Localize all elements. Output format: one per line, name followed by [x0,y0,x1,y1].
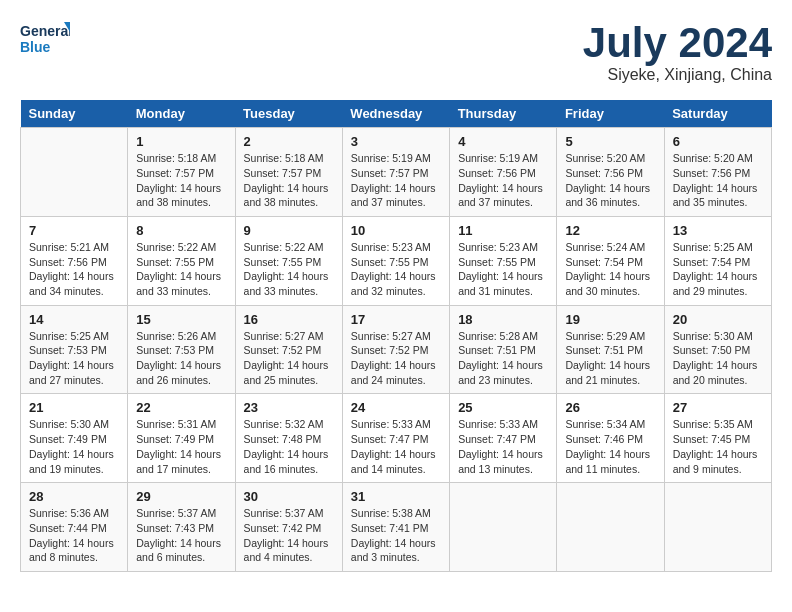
calendar-cell: 28Sunrise: 5:36 AMSunset: 7:44 PMDayligh… [21,483,128,572]
calendar-cell: 1Sunrise: 5:18 AMSunset: 7:57 PMDaylight… [128,128,235,217]
day-number: 22 [136,400,226,415]
day-number: 13 [673,223,763,238]
calendar-cell [450,483,557,572]
day-number: 27 [673,400,763,415]
calendar-cell: 31Sunrise: 5:38 AMSunset: 7:41 PMDayligh… [342,483,449,572]
calendar-cell [557,483,664,572]
calendar-cell: 20Sunrise: 5:30 AMSunset: 7:50 PMDayligh… [664,305,771,394]
day-number: 19 [565,312,655,327]
calendar-cell: 4Sunrise: 5:19 AMSunset: 7:56 PMDaylight… [450,128,557,217]
day-number: 15 [136,312,226,327]
day-number: 14 [29,312,119,327]
calendar-cell: 12Sunrise: 5:24 AMSunset: 7:54 PMDayligh… [557,216,664,305]
week-row-4: 21Sunrise: 5:30 AMSunset: 7:49 PMDayligh… [21,394,772,483]
day-number: 10 [351,223,441,238]
cell-info: Sunrise: 5:29 AMSunset: 7:51 PMDaylight:… [565,329,655,388]
calendar-cell: 9Sunrise: 5:22 AMSunset: 7:55 PMDaylight… [235,216,342,305]
cell-info: Sunrise: 5:25 AMSunset: 7:53 PMDaylight:… [29,329,119,388]
day-number: 12 [565,223,655,238]
header-row: SundayMondayTuesdayWednesdayThursdayFrid… [21,100,772,128]
calendar-cell: 15Sunrise: 5:26 AMSunset: 7:53 PMDayligh… [128,305,235,394]
cell-info: Sunrise: 5:31 AMSunset: 7:49 PMDaylight:… [136,417,226,476]
cell-info: Sunrise: 5:20 AMSunset: 7:56 PMDaylight:… [673,151,763,210]
cell-info: Sunrise: 5:37 AMSunset: 7:42 PMDaylight:… [244,506,334,565]
cell-info: Sunrise: 5:33 AMSunset: 7:47 PMDaylight:… [351,417,441,476]
day-number: 11 [458,223,548,238]
day-number: 21 [29,400,119,415]
day-number: 9 [244,223,334,238]
cell-info: Sunrise: 5:27 AMSunset: 7:52 PMDaylight:… [351,329,441,388]
day-number: 28 [29,489,119,504]
cell-info: Sunrise: 5:19 AMSunset: 7:57 PMDaylight:… [351,151,441,210]
location: Siyeke, Xinjiang, China [583,66,772,84]
day-number: 2 [244,134,334,149]
cell-info: Sunrise: 5:26 AMSunset: 7:53 PMDaylight:… [136,329,226,388]
cell-info: Sunrise: 5:33 AMSunset: 7:47 PMDaylight:… [458,417,548,476]
day-number: 16 [244,312,334,327]
cell-info: Sunrise: 5:23 AMSunset: 7:55 PMDaylight:… [351,240,441,299]
week-row-3: 14Sunrise: 5:25 AMSunset: 7:53 PMDayligh… [21,305,772,394]
cell-info: Sunrise: 5:22 AMSunset: 7:55 PMDaylight:… [136,240,226,299]
calendar-cell: 18Sunrise: 5:28 AMSunset: 7:51 PMDayligh… [450,305,557,394]
calendar-cell: 23Sunrise: 5:32 AMSunset: 7:48 PMDayligh… [235,394,342,483]
day-number: 3 [351,134,441,149]
calendar-cell: 14Sunrise: 5:25 AMSunset: 7:53 PMDayligh… [21,305,128,394]
calendar-cell: 5Sunrise: 5:20 AMSunset: 7:56 PMDaylight… [557,128,664,217]
svg-text:Blue: Blue [20,39,51,55]
calendar-cell: 19Sunrise: 5:29 AMSunset: 7:51 PMDayligh… [557,305,664,394]
calendar-cell [664,483,771,572]
day-number: 5 [565,134,655,149]
day-number: 8 [136,223,226,238]
calendar-cell: 21Sunrise: 5:30 AMSunset: 7:49 PMDayligh… [21,394,128,483]
day-number: 24 [351,400,441,415]
day-number: 4 [458,134,548,149]
day-number: 1 [136,134,226,149]
cell-info: Sunrise: 5:18 AMSunset: 7:57 PMDaylight:… [244,151,334,210]
cell-info: Sunrise: 5:25 AMSunset: 7:54 PMDaylight:… [673,240,763,299]
calendar-cell: 25Sunrise: 5:33 AMSunset: 7:47 PMDayligh… [450,394,557,483]
day-number: 30 [244,489,334,504]
calendar-cell: 7Sunrise: 5:21 AMSunset: 7:56 PMDaylight… [21,216,128,305]
svg-text:General: General [20,23,70,39]
calendar-cell: 16Sunrise: 5:27 AMSunset: 7:52 PMDayligh… [235,305,342,394]
cell-info: Sunrise: 5:22 AMSunset: 7:55 PMDaylight:… [244,240,334,299]
cell-info: Sunrise: 5:23 AMSunset: 7:55 PMDaylight:… [458,240,548,299]
day-header-friday: Friday [557,100,664,128]
calendar-cell: 30Sunrise: 5:37 AMSunset: 7:42 PMDayligh… [235,483,342,572]
week-row-5: 28Sunrise: 5:36 AMSunset: 7:44 PMDayligh… [21,483,772,572]
calendar-cell: 26Sunrise: 5:34 AMSunset: 7:46 PMDayligh… [557,394,664,483]
day-number: 25 [458,400,548,415]
calendar-cell: 6Sunrise: 5:20 AMSunset: 7:56 PMDaylight… [664,128,771,217]
calendar-cell: 2Sunrise: 5:18 AMSunset: 7:57 PMDaylight… [235,128,342,217]
calendar-cell: 27Sunrise: 5:35 AMSunset: 7:45 PMDayligh… [664,394,771,483]
title-block: July 2024 Siyeke, Xinjiang, China [583,20,772,84]
day-header-thursday: Thursday [450,100,557,128]
cell-info: Sunrise: 5:34 AMSunset: 7:46 PMDaylight:… [565,417,655,476]
calendar-cell [21,128,128,217]
cell-info: Sunrise: 5:38 AMSunset: 7:41 PMDaylight:… [351,506,441,565]
day-number: 18 [458,312,548,327]
cell-info: Sunrise: 5:24 AMSunset: 7:54 PMDaylight:… [565,240,655,299]
cell-info: Sunrise: 5:19 AMSunset: 7:56 PMDaylight:… [458,151,548,210]
logo: General Blue [20,20,70,62]
day-number: 7 [29,223,119,238]
day-number: 29 [136,489,226,504]
day-number: 31 [351,489,441,504]
day-header-sunday: Sunday [21,100,128,128]
calendar-cell: 11Sunrise: 5:23 AMSunset: 7:55 PMDayligh… [450,216,557,305]
cell-info: Sunrise: 5:21 AMSunset: 7:56 PMDaylight:… [29,240,119,299]
day-header-wednesday: Wednesday [342,100,449,128]
logo-svg: General Blue [20,20,70,62]
day-number: 17 [351,312,441,327]
calendar-cell: 17Sunrise: 5:27 AMSunset: 7:52 PMDayligh… [342,305,449,394]
day-number: 23 [244,400,334,415]
cell-info: Sunrise: 5:32 AMSunset: 7:48 PMDaylight:… [244,417,334,476]
cell-info: Sunrise: 5:36 AMSunset: 7:44 PMDaylight:… [29,506,119,565]
day-header-saturday: Saturday [664,100,771,128]
day-number: 26 [565,400,655,415]
day-header-tuesday: Tuesday [235,100,342,128]
cell-info: Sunrise: 5:27 AMSunset: 7:52 PMDaylight:… [244,329,334,388]
cell-info: Sunrise: 5:18 AMSunset: 7:57 PMDaylight:… [136,151,226,210]
calendar-cell: 8Sunrise: 5:22 AMSunset: 7:55 PMDaylight… [128,216,235,305]
cell-info: Sunrise: 5:20 AMSunset: 7:56 PMDaylight:… [565,151,655,210]
